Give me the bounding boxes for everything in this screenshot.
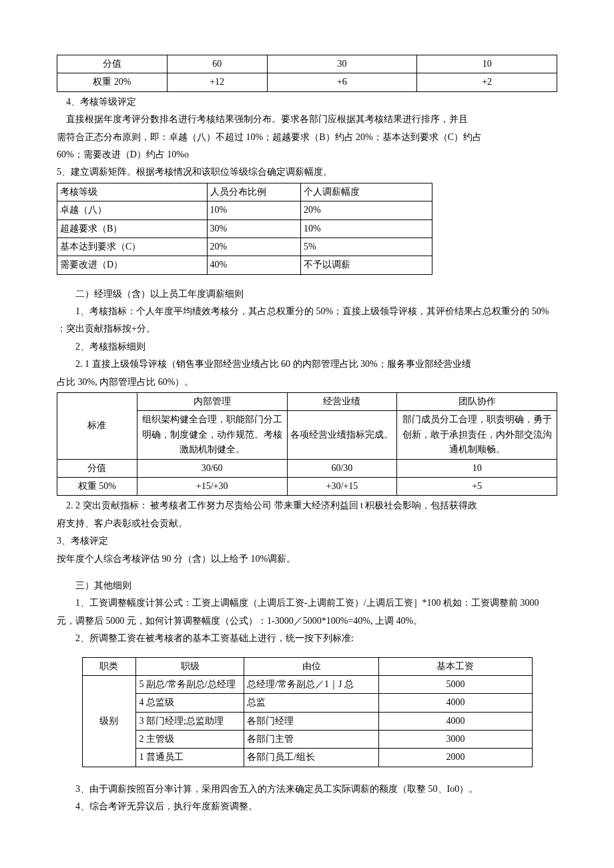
header-cell: 由位 [244,657,379,675]
heading-section-2: 二）经理级（含）以上员工年度调薪细则 [57,287,557,302]
cell: 总经理/常务副总／1｜J 总 [244,675,379,693]
cell: +30/+15 [287,477,397,495]
paragraph: 4、综合考评无异议后，执行年度薪资调整。 [57,799,557,814]
cell: 10 [417,55,557,73]
cell: 30/60 [137,459,287,477]
paragraph: 1、工资调整幅度计算公式：工资上调幅度（上调后工资-上调前工资）/上调后工资］*… [57,596,557,610]
header-cell: 职类 [82,657,136,675]
paragraph: 2. 2 突出贡献指标： 被考核者工作努力尽责给公司 带来重大经济利益回 t 积… [57,498,557,513]
cell: 5 副总/常务副总/总经理 [136,675,244,693]
cell: 分值 [57,459,137,477]
cell: 60/30 [287,459,397,477]
cell: +2 [417,73,557,91]
paragraph: 元，调整后 5000 元，如何计算调整幅度（公式）：1-3000／5000*10… [57,614,557,628]
cell: 3000 [379,731,532,749]
header-cell: 基本工资 [379,657,532,675]
heading-5: 5、建立调薪矩阵。根据考核情况和该职位等级综合确定调薪幅度。 [57,165,557,179]
base-salary-table: 职类 职级 由位 基本工资 级别 5 副总/常务副总/总经理 总经理/常务副总／… [82,657,533,767]
cell: 各部门经理 [244,712,379,730]
score-table-1: 分值 60 30 10 权重 20% +12 +6 +2 [57,55,557,92]
cell: 基本达到要求（C） [57,238,208,256]
cell: 30 [267,55,417,73]
cell: +15/+30 [137,477,287,495]
paragraph: 直接根据年度考评分数排名进行考核结果强制分布。要求各部门应根据其考核结果进行排序… [57,112,557,127]
header-cell: 个人调薪幅度 [300,183,432,201]
cell: 超越要求（B） [57,220,208,238]
cell: 2 主管级 [136,731,244,749]
cell: 卓越（八） [57,201,208,220]
paragraph: 2、所调整工资在被考核者的基本工资基础上进行，统一按下列标准: [57,631,557,646]
cell: 4 总监级 [136,694,244,712]
cell: 10 [397,459,557,477]
header-cell: 标准 [57,393,137,460]
paragraph: ：突出贡献指标按+分。 [57,322,557,336]
header-cell: 考核等级 [57,183,208,201]
cell: 4000 [379,712,532,730]
cell: +12 [167,73,267,91]
cell: 组织架构健全合理，职能部门分工明确，制度健全，动作规范。考核激励机制健全。 [137,411,287,459]
heading-section-3: 三）其他细则 [57,578,557,593]
paragraph: 府支持、客户表彰或社会贡献。 [57,516,557,531]
cell: 4000 [379,694,532,712]
cell: 不予以调薪 [300,256,432,274]
cell: 3 部门经理;总监助理 [136,712,244,730]
cell: 60 [167,55,267,73]
paragraph: 按年度个人综合考核评估 90 分（含）以上给予 10%调薪。 [57,552,557,566]
paragraph: 需符合正态分布原则，即：卓越（八）不超过 10%；超越要求（B）约占 20%；基… [57,130,557,145]
heading-3: 3、考核评定 [57,534,557,548]
cell: 10% [300,220,432,238]
cell: 各部门主管 [244,731,379,749]
cell: 2000 [379,749,532,767]
cell: 20% [300,201,432,220]
salary-matrix-table: 考核等级 人员分布比例 个人调薪幅度 卓越（八）10%20% 超越要求（B）30… [57,183,432,275]
header-cell: 团队协作 [397,393,557,411]
heading-4: 4、考核等级评定 [57,95,557,109]
cell: +5 [397,477,557,495]
cell: 需要改进（D） [57,256,208,274]
side-cell: 级别 [82,675,136,767]
cell: 5000 [379,675,532,693]
cell: 部门成员分工合理，职责明确，勇于创新，敢于承担责任，内外部交流沟通机制顺畅。 [397,411,557,459]
paragraph: 2、考核指标细则 [57,340,557,354]
cell: 权重 50% [57,477,137,495]
cell: 10% [207,201,300,220]
paragraph: 1、考核指标：个人年度平均绩效考核分，其占总权重分的 50%；直接上级领导评核，… [57,304,557,319]
header-cell: 内部管理 [137,393,287,411]
cell: 分值 [57,55,168,73]
paragraph: 占比 30%, 内部管理占比 60%）。 [57,375,557,390]
header-cell: 人员分布比例 [207,183,300,201]
cell: 权重 20% [57,73,168,91]
cell: 总监 [244,694,379,712]
header-cell: 职级 [136,657,244,675]
cell: 各项经营业绩指标完成。 [287,411,397,459]
cell: 20% [207,238,300,256]
paragraph: 60%；需要改进（D）约占 10%o [57,147,557,162]
cell: 30% [207,220,300,238]
paragraph: 2. 1 直接上级领导评核（销售事业部经营业绩占比 60 的内部管理占比 30%… [57,357,557,372]
cell: 40% [207,256,300,274]
cell: 1 普通员工 [136,749,244,767]
header-cell: 经营业绩 [287,393,397,411]
cell: 各部门员工/组长 [244,749,379,767]
criteria-table: 标准 内部管理 经营业绩 团队协作 组织架构健全合理，职能部门分工明确，制度健全… [57,392,557,496]
cell: 5% [300,238,432,256]
paragraph: 3、由于调薪按照百分率计算，采用四舍五入的方法来确定员工实际调薪的额度（取整 5… [57,782,557,797]
cell: +6 [267,73,417,91]
